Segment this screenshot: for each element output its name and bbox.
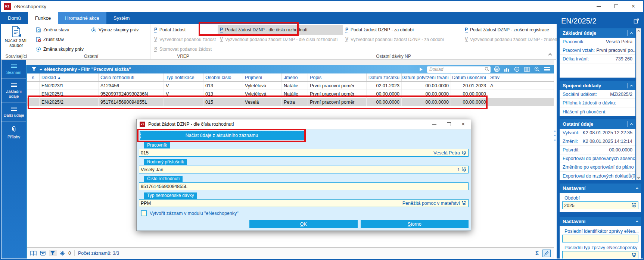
tab-system[interactable]: Systém — [106, 12, 137, 24]
zoom-settings-icon[interactable] — [533, 66, 541, 73]
maximize-icon[interactable] — [614, 4, 618, 8]
collapse-icon[interactable] — [630, 85, 633, 87]
ribbon-item-zmena-stavu[interactable]: Změna stavu — [34, 25, 89, 35]
dialog-podat-zadost-dznp: K2 Podat žádost DZNP - dle čísla rozhodn… — [136, 119, 471, 231]
section-header[interactable]: Nastavení — [560, 184, 641, 193]
detail-row[interactable]: Změněno po exportování do pláno — [560, 163, 635, 172]
table-row[interactable]: EN/2023/1 A123456 V 013 Vyletělová Natál… — [27, 82, 554, 90]
maximize-icon[interactable] — [447, 122, 451, 126]
sidebar-item-dalsi-udaje[interactable]: Další údaje — [1, 103, 26, 122]
edit-icon[interactable] — [542, 250, 551, 257]
print-icon[interactable] — [493, 66, 501, 73]
ok-button[interactable]: OK — [249, 220, 358, 228]
scroll-down-icon[interactable] — [637, 176, 640, 179]
rodinny-prislusnik-input[interactable]: Veselý Jan 1 — [139, 166, 469, 173]
menu-icon[interactable] — [543, 66, 551, 73]
analysis-icon[interactable] — [513, 66, 521, 73]
dropdown-icon[interactable] — [632, 253, 637, 257]
posledni-identifikator-input[interactable] — [562, 235, 638, 242]
dropdown-icon[interactable] — [632, 203, 637, 207]
section-header[interactable]: Základní údaje — [560, 28, 635, 38]
collapse-icon[interactable] — [636, 187, 638, 190]
columns-icon[interactable] — [523, 66, 531, 73]
column-header-prijmeni[interactable]: Příjmení — [243, 73, 282, 81]
ribbon-group-ostatni: Změna stavu Zrušit stav Změna skupiny pr… — [32, 24, 150, 59]
obdobi-select[interactable]: 2025 — [562, 201, 638, 209]
posledni-typ-select[interactable] — [562, 251, 638, 259]
splitter-handle[interactable] — [554, 131, 556, 141]
ribbon-item-podat-zadost-dznp-dle-cisla-rozhodnuti[interactable]: P Podat žádost DZNP - dle čísla rozhodnu… — [218, 25, 343, 35]
table-row-selected[interactable]: EN/2025/2 95176145690094855L 015 Veselá … — [27, 98, 554, 106]
sidebar-item-zakladni-udaje[interactable]: Základní údaje — [1, 79, 26, 103]
dropdown-icon[interactable] — [462, 167, 467, 172]
dialog-title: Podat žádost DZNP - dle čísla rozhodnutí — [148, 122, 234, 127]
open-in-window-icon[interactable] — [634, 18, 640, 24]
ribbon-item-zrusit-stav[interactable]: Zrušit stav — [34, 35, 89, 44]
pracovnik-input[interactable]: 015 Veselá Petra — [139, 149, 469, 157]
ribbon-item-podat-zadost-dznp-zruseni-registrace[interactable]: P Podat žádost DZNP - zrušení registrace — [463, 25, 569, 35]
ribbon-item-podat-zadost[interactable]: P Podat žádost — [152, 25, 214, 35]
filter-funnel-icon[interactable] — [30, 66, 38, 73]
chart-icon[interactable] — [503, 66, 511, 73]
search-icon[interactable] — [485, 66, 489, 73]
ribbon-item-label: Vyzvednout podanou žádost DZNP - za obdo… — [351, 37, 444, 42]
title-bar: K2 eNeschopenky × — [1, 1, 643, 12]
dialog-title-bar[interactable]: K2 Podat žádost DZNP - dle čísla rozhodn… — [137, 119, 471, 129]
load-current-record-button[interactable]: Načíst údaje z aktuálního záznamu — [140, 131, 304, 140]
tab-hromadne-akce[interactable]: Hromadné akce — [58, 12, 106, 24]
column-header-osobni-cislo[interactable]: Osobní číslo — [203, 73, 243, 81]
section-header[interactable]: Nastavení — [560, 217, 641, 226]
column-header-blank[interactable] — [85, 73, 99, 81]
sum-icon[interactable]: Σ — [535, 250, 539, 256]
column-header-datum-zacatku[interactable]: Datum začátku — [367, 73, 402, 81]
cislo-rozhodnuti-input[interactable]: 95176145690094855L — [139, 182, 469, 190]
load-xml-file-button[interactable]: Načíst XML soubor — [2, 25, 30, 48]
column-header-jmeno[interactable]: Jméno — [282, 73, 308, 81]
sidebar-item-seznam[interactable]: Seznam — [1, 60, 26, 79]
column-header-typ-notifikace[interactable]: Typ notifikace — [164, 73, 203, 81]
close-icon[interactable]: × — [632, 3, 635, 9]
table-row[interactable]: EN/2025/1 95209979240930236N V 013 Vylet… — [27, 90, 554, 98]
sidebar-item-prilohy[interactable]: Přílohy — [1, 122, 26, 143]
search-input[interactable] — [427, 66, 491, 73]
detail-value: MZ/2025/2 — [610, 92, 632, 97]
column-header-stav[interactable]: Stav — [488, 73, 554, 81]
minimize-icon[interactable] — [597, 6, 601, 7]
ribbon-item-zmena-skupiny-prav[interactable]: Změna skupiny práv — [34, 44, 89, 54]
collapse-icon[interactable] — [630, 123, 633, 126]
column-header-cislo-rozhodnuti[interactable]: Číslo rozhodnutí — [99, 73, 164, 81]
typ-nemocenske-davky-input[interactable]: PPM Peněžitá pomoc v mateřství — [139, 199, 469, 207]
dropdown-icon[interactable] — [462, 201, 467, 205]
scroll-up-icon[interactable] — [637, 30, 640, 32]
section-header[interactable]: Ostatní údaje — [560, 119, 635, 129]
close-icon[interactable]: × — [461, 121, 465, 127]
column-header-datum-ukonceni[interactable]: Datum ukončení — [451, 73, 488, 81]
dialog-buttons: OK Storno — [139, 220, 469, 228]
content-gap — [26, 60, 554, 65]
column-header-datum-potvrzeni-trvani[interactable]: Datum potvrzení trvání — [402, 73, 451, 81]
collapse-icon[interactable] — [630, 32, 633, 35]
cell-jmeno: Natálie — [282, 82, 308, 90]
collapse-icon[interactable] — [636, 220, 638, 223]
ribbon-item-podat-zadost-dznp-za-obdobi[interactable]: P Podat žádost DZNP - za období — [343, 25, 463, 35]
archive-icon[interactable] — [40, 251, 46, 256]
column-header-doklad[interactable]: Doklad▲ — [40, 73, 85, 81]
tab-domu[interactable]: Domů — [1, 12, 28, 24]
dropdown-icon[interactable] — [462, 151, 467, 155]
ribbon-item-vymaz-skupiny-prav[interactable]: Výmaz skupiny práv — [89, 25, 149, 35]
play-icon[interactable] — [417, 66, 425, 73]
minimize-icon[interactable] — [432, 124, 436, 125]
detail-row[interactable]: Exportoval do mzdových dokladů(0. — [560, 172, 635, 180]
column-header-popis[interactable]: Popis — [308, 73, 367, 81]
column-header-s[interactable]: s — [27, 73, 40, 81]
section-header[interactable]: Spojené doklady — [560, 81, 635, 90]
storno-button[interactable]: Storno — [361, 220, 469, 228]
create-record-checkbox[interactable] — [141, 210, 147, 216]
panel-scrollbar[interactable] — [636, 28, 641, 180]
detail-row[interactable]: Exportoval do plánovaných absenc — [560, 154, 635, 163]
snowflake-icon[interactable] — [60, 251, 65, 256]
tab-funkce[interactable]: Funkce — [28, 12, 58, 24]
filter-active-icon[interactable] — [49, 250, 56, 256]
book-view-icon[interactable] — [30, 251, 37, 256]
chevron-down-icon[interactable] — [40, 68, 42, 71]
